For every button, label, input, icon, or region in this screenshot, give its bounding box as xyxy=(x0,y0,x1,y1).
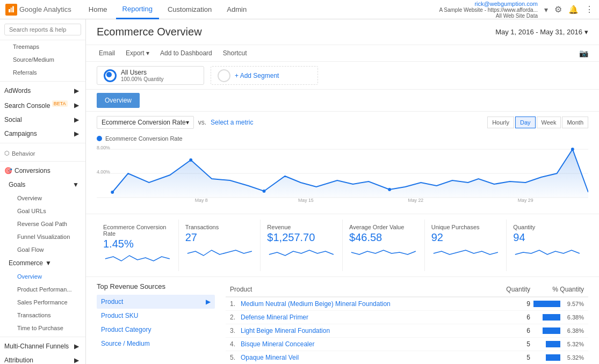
sidebar-item-campaigns[interactable]: Campaigns ▶ xyxy=(0,127,85,141)
chart-legend: Ecommerce Conversion Rate xyxy=(86,133,599,144)
sidebar-item-product-perf[interactable]: Product Performan... xyxy=(0,283,85,296)
row-product-name[interactable]: Medium Neutral (Medium Beige) Mineral Fo… xyxy=(241,300,487,308)
sidebar-multichannel-label: Multi-Channel Funnels xyxy=(4,343,69,350)
row-pct-cell: 5.32% xyxy=(530,341,584,347)
segment-name: All Users xyxy=(121,69,164,76)
sidebar-item-funnel-viz[interactable]: Funnel Visualization xyxy=(0,230,85,243)
table-rows-container: 1. Medium Neutral (Medium Beige) Mineral… xyxy=(226,297,588,364)
bell-icon[interactable]: 🔔 xyxy=(568,5,579,14)
add-segment-label: + Add Segment xyxy=(235,72,279,79)
chart-left-controls: Ecommerce Conversion Rate ▾ vs. Select a… xyxy=(97,116,253,129)
sidebar-item-search-console[interactable]: Search Console BETA ▶ xyxy=(0,98,85,113)
row-num: 3. xyxy=(230,327,241,334)
nav-reporting[interactable]: Reporting xyxy=(116,0,159,19)
product-table: Product Quantity % Quantity 1. Medium Ne… xyxy=(226,282,588,364)
sidebar-item-transactions[interactable]: Transactions xyxy=(0,309,85,322)
sidebar-behavior-header[interactable]: ⬡ Behavior xyxy=(0,145,85,159)
sidebar-behavior-label: Behavior xyxy=(12,150,35,157)
metric-name-1: Transactions xyxy=(185,224,254,230)
sidebar-item-source-medium[interactable]: Source/Medium xyxy=(0,53,85,66)
sidebar-item-attribution[interactable]: Attribution ▶ xyxy=(0,353,85,364)
source-product-sku-label: Product SKU xyxy=(101,312,138,319)
sidebar-item-overview-goals[interactable]: Overview xyxy=(0,192,85,205)
sidebar-item-goal-flow[interactable]: Goal Flow xyxy=(0,243,85,256)
nav-admin[interactable]: Admin xyxy=(220,0,253,19)
source-product-label: Product xyxy=(101,298,123,305)
svg-text:8.00%: 8.00% xyxy=(97,145,110,150)
sidebar-item-time-purchase[interactable]: Time to Purchase xyxy=(0,322,85,334)
metric-name-5: Quantity xyxy=(513,224,582,230)
sparkline-0 xyxy=(103,252,172,265)
svg-point-14 xyxy=(189,158,192,162)
chart-container: 8.00% 4.00% May 8 May 15 May 22 May 29 xyxy=(86,144,599,214)
source-item-product-category[interactable]: Product Category xyxy=(97,323,215,337)
sidebar-section: Treemaps Source/Medium Referrals AdWords… xyxy=(0,40,85,364)
settings-icon[interactable]: ⚙ xyxy=(554,4,562,14)
add-segment-circle-icon xyxy=(218,69,230,82)
metric-value-0: 1.45% xyxy=(103,238,172,250)
row-pct-cell: 5.32% xyxy=(530,354,584,361)
nav-customization[interactable]: Customization xyxy=(161,0,218,19)
user-site-data: All Web Site Data xyxy=(439,13,538,19)
source-item-product-sku[interactable]: Product SKU xyxy=(97,309,215,323)
sidebar-goals-header[interactable]: Goals ▼ xyxy=(0,178,85,192)
date-dropdown-icon: ▾ xyxy=(584,28,588,36)
nav-right: rick@webgumption.com A Sample Website - … xyxy=(439,1,594,19)
date-range-text: May 1, 2016 - May 31, 2016 xyxy=(495,28,582,36)
search-input[interactable] xyxy=(4,24,81,35)
row-product-name[interactable]: Bisque Mineral Concealer xyxy=(241,340,487,348)
tab-overview[interactable]: Overview xyxy=(97,93,140,108)
arrow-right-icon-social: ▶ xyxy=(74,116,79,123)
row-num: 5. xyxy=(230,354,241,361)
metric-selector[interactable]: Ecommerce Conversion Rate ▾ xyxy=(97,116,194,129)
export-arrow-icon: ▾ xyxy=(146,49,149,57)
sidebar-item-adwords[interactable]: AdWords ▶ xyxy=(0,84,85,98)
sparkline-1 xyxy=(185,246,254,259)
sidebar-item-goal-urls[interactable]: Goal URLs xyxy=(0,205,85,217)
sidebar-item-sales-perf[interactable]: Sales Performance xyxy=(0,296,85,309)
metric-select-label: Ecommerce Conversion Rate xyxy=(102,119,186,126)
dropdown-arrow-icon[interactable]: ▾ xyxy=(544,5,548,14)
row-product-name[interactable]: Light Beige Mineral Foundation xyxy=(241,327,487,334)
sidebar-item-social[interactable]: Social ▶ xyxy=(0,113,85,127)
add-dashboard-button[interactable]: Add to Dashboard xyxy=(158,48,214,58)
svg-point-16 xyxy=(388,188,391,191)
select-metric-link[interactable]: Select a metric xyxy=(211,119,253,126)
sidebar-goals-label: Goals xyxy=(9,181,25,188)
main-layout: Treemaps Source/Medium Referrals AdWords… xyxy=(0,19,599,364)
all-users-segment[interactable]: All Users 100.00% Quantity xyxy=(97,66,204,85)
sidebar-item-multichannel[interactable]: Multi-Channel Funnels ▶ xyxy=(0,339,85,353)
shortcut-button[interactable]: Shortcut xyxy=(221,48,249,58)
sidebar-item-treemaps[interactable]: Treemaps xyxy=(0,40,85,53)
source-item-product[interactable]: Product ▶ xyxy=(97,295,215,309)
sidebar-item-overview-ecomm[interactable]: Overview xyxy=(0,270,85,283)
user-email: rick@webgumption.com xyxy=(439,1,538,7)
row-pct-cell: 9.57% xyxy=(530,301,584,307)
apps-icon[interactable]: ⋮ xyxy=(585,4,594,14)
date-range-picker[interactable]: May 1, 2016 - May 31, 2016 ▾ xyxy=(495,28,588,36)
row-product-name[interactable]: Defense Mineral Primer xyxy=(241,314,487,321)
time-btn-week[interactable]: Week xyxy=(537,117,561,128)
add-segment-button[interactable]: + Add Segment xyxy=(211,66,318,85)
row-pct-cell: 6.38% xyxy=(530,314,584,321)
target-icon: 🎯 xyxy=(4,167,12,174)
sidebar-item-reverse-goal[interactable]: Reverse Goal Path xyxy=(0,217,85,230)
ga-logo: Google Analytics xyxy=(5,4,71,16)
metric-value-5: 94 xyxy=(513,231,582,244)
source-item-source-medium[interactable]: Source / Medium xyxy=(97,337,215,351)
user-info: rick@webgumption.com A Sample Website - … xyxy=(439,1,538,19)
export-button[interactable]: Export ▾ xyxy=(124,48,151,58)
sidebar-conversions-header[interactable]: 🎯 Conversions xyxy=(0,164,85,178)
sidebar-item-referrals[interactable]: Referrals xyxy=(0,66,85,79)
time-btn-hourly[interactable]: Hourly xyxy=(487,117,514,128)
email-button[interactable]: Email xyxy=(97,48,117,58)
time-btn-day[interactable]: Day xyxy=(515,117,536,128)
sidebar-ecommerce-header[interactable]: Ecommerce ▼ xyxy=(0,256,85,270)
chart-controls: Ecommerce Conversion Rate ▾ vs. Select a… xyxy=(86,112,599,133)
time-btn-month[interactable]: Month xyxy=(562,117,588,128)
row-product-name[interactable]: Opaque Mineral Veil xyxy=(241,354,487,361)
camera-icon[interactable]: 📷 xyxy=(579,49,588,57)
row-num: 4. xyxy=(230,340,241,348)
metric-card-unique-purchases: Unique Purchases 92 xyxy=(425,220,507,271)
nav-home[interactable]: Home xyxy=(82,0,114,19)
